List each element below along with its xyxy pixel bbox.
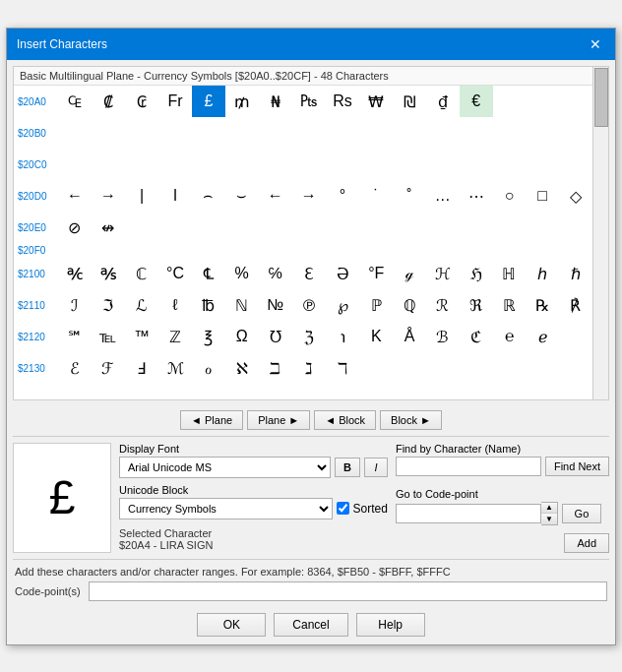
char-cell[interactable]: ₧: [292, 86, 326, 117]
char-cell[interactable]: ℁: [92, 258, 125, 289]
char-cell[interactable]: [359, 117, 393, 149]
char-cell[interactable]: ℙ: [359, 289, 393, 321]
char-cell[interactable]: ™: [125, 321, 158, 352]
char-cell[interactable]: Rs: [326, 86, 359, 117]
char-cell[interactable]: [393, 117, 426, 149]
scroll-thumb[interactable]: [594, 68, 608, 127]
block-prev-button[interactable]: ◄ Block: [314, 410, 376, 430]
char-cell[interactable]: [326, 149, 359, 180]
scrollbar[interactable]: [592, 67, 608, 399]
char-cell[interactable]: ℐ: [58, 289, 92, 321]
sorted-checkbox[interactable]: [337, 502, 349, 515]
char-cell[interactable]: ℒ: [125, 289, 158, 321]
char-cell[interactable]: ℤ: [158, 321, 192, 352]
char-cell[interactable]: [292, 117, 326, 149]
char-cell[interactable]: →: [292, 180, 326, 212]
plane-next-button[interactable]: Plane ►: [247, 410, 310, 430]
block-next-button[interactable]: Block ►: [380, 410, 442, 430]
char-cell[interactable]: ℎ: [526, 258, 559, 289]
char-cell[interactable]: [58, 117, 92, 149]
char-cell[interactable]: ℛ: [426, 289, 460, 321]
char-cell[interactable]: |: [125, 180, 158, 212]
char-cell[interactable]: №: [259, 289, 292, 321]
char-cell[interactable]: °: [326, 180, 359, 212]
char-cell[interactable]: Ə: [326, 258, 359, 289]
char-cell[interactable]: ⊘: [58, 212, 92, 243]
char-cell[interactable]: ℍ: [493, 258, 527, 289]
char-cell[interactable]: ℄: [192, 258, 225, 289]
char-cell[interactable]: l: [158, 180, 192, 212]
char-cell[interactable]: °F: [359, 258, 393, 289]
char-cell[interactable]: ℝ: [493, 289, 527, 321]
char-cell[interactable]: ℗: [292, 289, 326, 321]
char-cell[interactable]: [460, 149, 493, 180]
char-cell[interactable]: [58, 149, 92, 180]
char-cell[interactable]: ˙: [359, 180, 393, 212]
char-cell[interactable]: [225, 149, 259, 180]
char-cell[interactable]: Fr: [158, 86, 192, 117]
char-cell[interactable]: ℑ: [92, 289, 125, 321]
char-cell[interactable]: ⌣: [225, 180, 259, 212]
char-cell[interactable]: ℧: [259, 321, 292, 352]
char-cell[interactable]: ℱ: [92, 352, 125, 384]
char-cell[interactable]: ₫: [426, 86, 460, 117]
char-cell[interactable]: ℠: [58, 321, 92, 352]
char-cell[interactable]: ⋯: [460, 180, 493, 212]
char-cell[interactable]: ←: [58, 180, 92, 212]
char-cell[interactable]: ℏ: [559, 258, 592, 289]
char-cell[interactable]: [192, 117, 225, 149]
char-cell[interactable]: ₪: [393, 86, 426, 117]
char-cell[interactable]: ℚ: [393, 289, 426, 321]
char-cell[interactable]: ℷ: [292, 352, 326, 384]
char-cell[interactable]: ℟: [559, 289, 592, 321]
codepoint-input[interactable]: $0: [396, 504, 541, 523]
char-cell[interactable]: [92, 149, 125, 180]
codepoints-input[interactable]: [89, 581, 607, 601]
char-cell[interactable]: [158, 149, 192, 180]
char-cell[interactable]: ℓ: [158, 289, 192, 321]
char-cell[interactable]: ⌢: [192, 180, 225, 212]
char-cell[interactable]: Å: [393, 321, 426, 352]
char-cell[interactable]: …: [426, 180, 460, 212]
char-cell[interactable]: [326, 117, 359, 149]
char-cell[interactable]: ℵ: [225, 352, 259, 384]
char-cell[interactable]: Ω: [225, 321, 259, 352]
find-next-button[interactable]: Find Next: [545, 457, 609, 476]
display-font-select[interactable]: Arial Unicode MS: [119, 457, 331, 478]
char-cell[interactable]: ℜ: [460, 289, 493, 321]
char-cell[interactable]: →: [92, 180, 125, 212]
char-cell[interactable]: ℀: [58, 258, 92, 289]
plane-prev-button[interactable]: ◄ Plane: [180, 410, 243, 430]
char-cell[interactable]: ˚: [393, 180, 426, 212]
char-cell[interactable]: ℳ: [158, 352, 192, 384]
ok-button[interactable]: OK: [197, 613, 266, 637]
char-cell[interactable]: [426, 149, 460, 180]
char-cell[interactable]: ◇: [559, 180, 592, 212]
char-cell[interactable]: €: [460, 86, 493, 117]
char-cell[interactable]: ℶ: [259, 352, 292, 384]
char-cell[interactable]: [259, 117, 292, 149]
char-cell[interactable]: ℬ: [426, 321, 460, 352]
char-cell[interactable]: [225, 117, 259, 149]
char-cell[interactable]: [158, 117, 192, 149]
char-cell[interactable]: ℞: [526, 289, 559, 321]
char-cell[interactable]: [259, 149, 292, 180]
char-cell[interactable]: [359, 149, 393, 180]
char-cell[interactable]: ℮: [493, 321, 527, 352]
go-button[interactable]: Go: [562, 504, 601, 523]
char-cell[interactable]: ₩: [359, 86, 393, 117]
char-cell[interactable]: ₢: [125, 86, 158, 117]
char-cell[interactable]: ℯ: [526, 321, 559, 352]
char-cell[interactable]: [92, 117, 125, 149]
char-cell[interactable]: [125, 149, 158, 180]
char-cell[interactable]: ₠: [58, 86, 92, 117]
char-cell[interactable]: ←: [259, 180, 292, 212]
spinner-down[interactable]: ▼: [541, 514, 557, 524]
char-cell[interactable]: ℰ: [58, 352, 92, 384]
char-cell[interactable]: [426, 117, 460, 149]
char-cell[interactable]: ℴ: [192, 352, 225, 384]
char-cell[interactable]: ℋ: [426, 258, 460, 289]
find-char-input[interactable]: [396, 457, 541, 476]
char-cell[interactable]: ℇ: [292, 258, 326, 289]
char-cell[interactable]: ℭ: [460, 321, 493, 352]
